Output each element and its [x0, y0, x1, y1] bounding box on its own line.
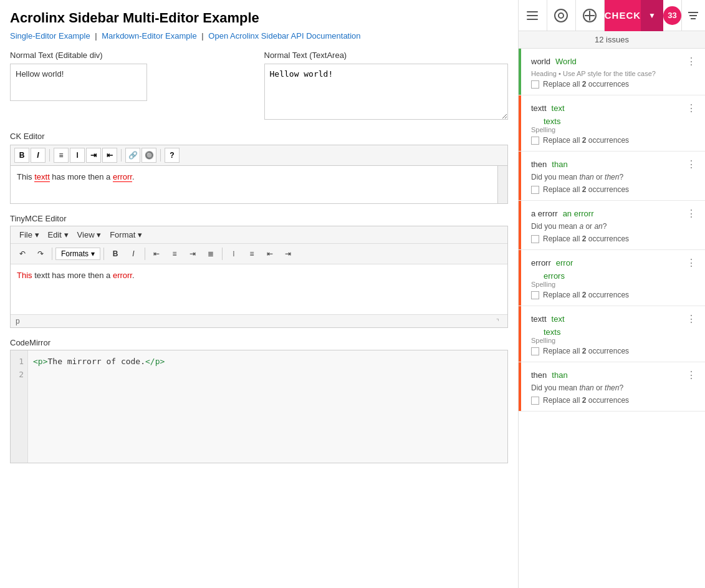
issue-desc-3: Did you mean than or then? — [531, 173, 698, 181]
codemirror-label: CodeMirror — [10, 338, 508, 347]
issue-checkbox-3[interactable] — [531, 186, 539, 194]
issue-action-text-1: Replace all 2 occurrences — [543, 80, 629, 89]
issue-item-3[interactable]: then than ⋮ Did you mean than or then? R… — [519, 152, 705, 201]
sidebar-acrolinx-icon-2[interactable] — [576, 0, 605, 31]
codemirror-line-num-1: 1 — [14, 355, 24, 369]
tinymce-align-center-btn[interactable]: ≡ — [166, 246, 183, 261]
sidebar-acrolinx-icon-1[interactable] — [547, 0, 576, 31]
check-button[interactable]: CHECK — [605, 0, 641, 31]
normal-text-textarea-input[interactable]: Hellow world! — [264, 64, 509, 120]
ckeditor-ul-btn[interactable]: ⁞ — [70, 148, 85, 163]
ckeditor-body-wrapper: This textt has more then a errorr. — [11, 166, 507, 203]
tinymce-align-justify-btn[interactable]: ≣ — [203, 246, 219, 261]
issue-checkbox-7[interactable] — [531, 397, 539, 405]
tinymce-menu-edit[interactable]: Edit ▾ — [44, 229, 72, 241]
issue-action-2: Replace all 2 occurrences — [531, 136, 698, 145]
ckeditor-outdent-btn[interactable]: ⇤ — [102, 148, 117, 163]
tinymce-resize[interactable]: ⌝ — [496, 318, 502, 324]
issue-item-6[interactable]: textt text ⋮ texts Spelling Replace all … — [519, 306, 705, 362]
tinymce-ul-btn[interactable]: ⁞ — [226, 246, 242, 261]
tinymce-error-this: This — [17, 271, 32, 280]
issue-bar-1 — [519, 49, 521, 95]
hamburger-icon — [527, 11, 538, 20]
ckeditor-body[interactable]: This textt has more then a errorr. — [11, 166, 507, 203]
tinymce-redo-btn[interactable]: ↷ — [32, 246, 49, 261]
issue-more-btn-1[interactable]: ⋮ — [685, 55, 698, 67]
normal-text-editable-block: Normal Text (Editable div) Hellow world! — [10, 51, 254, 122]
ckeditor-link-btn[interactable]: 🔗 — [125, 148, 140, 163]
issue-more-btn-6[interactable]: ⋮ — [685, 312, 698, 325]
issue-bar-7 — [519, 362, 521, 411]
tinymce-menu-view[interactable]: View ▾ — [74, 229, 105, 241]
issue-action-text-4: Replace all 2 occurrences — [543, 234, 629, 243]
issue-more-btn-7[interactable]: ⋮ — [685, 369, 698, 381]
ckeditor-error-textt: textt — [34, 172, 50, 182]
issue-more-btn-2[interactable]: ⋮ — [685, 102, 698, 114]
check-btn-group: CHECK ▼ — [605, 0, 663, 31]
ckeditor-label: CK Editor — [10, 132, 508, 141]
issue-action-text-7: Replace all 2 occurrences — [543, 396, 629, 405]
issue-original-7: then — [531, 370, 547, 380]
issue-action-3: Replace all 2 occurrences — [531, 185, 698, 194]
score-badge: 33 — [663, 6, 681, 25]
ckeditor-ol-btn[interactable]: ≡ — [54, 148, 69, 163]
ckeditor-bold-btn[interactable]: B — [14, 148, 29, 163]
ckeditor-scrollbar[interactable] — [497, 166, 507, 203]
tinymce-italic-btn[interactable]: I — [125, 246, 141, 261]
ck-separator-1 — [49, 149, 50, 161]
issue-checkbox-1[interactable] — [531, 80, 539, 89]
issue-item-5[interactable]: errorr error ⋮ errors Spelling Replace a… — [519, 250, 705, 306]
issue-original-6: textt — [531, 314, 547, 324]
issue-original-5: errorr — [531, 258, 551, 267]
tinymce-align-right-btn[interactable]: ⇥ — [185, 246, 201, 261]
nav-api-docs[interactable]: Open Acrolinx Sidebar API Documentation — [208, 31, 360, 41]
normal-editors-row: Normal Text (Editable div) Hellow world!… — [10, 51, 508, 122]
issues-count: 12 issues — [595, 35, 629, 44]
issue-item-2[interactable]: textt text ⋮ texts Spelling Replace all … — [519, 95, 705, 152]
tinymce-formats-btn[interactable]: Formats ▾ — [55, 248, 100, 260]
issue-checkbox-4[interactable] — [531, 235, 539, 243]
tinymce-menu-file[interactable]: File ▾ — [16, 229, 43, 241]
ckeditor-italic-btn[interactable]: I — [31, 148, 46, 163]
normal-text-editable-input[interactable]: Hellow world! — [10, 64, 147, 101]
tinymce-sep-4 — [222, 248, 223, 260]
tinymce-indent-in-btn[interactable]: ⇥ — [280, 246, 296, 261]
tinymce-align-left-btn[interactable]: ⇤ — [148, 246, 165, 261]
ckeditor-indent-btn[interactable]: ⇥ — [86, 148, 101, 163]
issue-checkbox-6[interactable] — [531, 347, 539, 355]
tinymce-menu-format[interactable]: Format ▾ — [106, 229, 146, 241]
issue-item-7[interactable]: then than ⋮ Did you mean than or then? R… — [519, 362, 705, 412]
nav-markdown-editor[interactable]: Markdown-Editor Example — [102, 31, 196, 41]
issue-checkbox-2[interactable] — [531, 137, 539, 145]
issue-item-1[interactable]: world World ⋮ Heading • Use AP style for… — [519, 49, 705, 95]
tinymce-ol-btn[interactable]: ≡ — [244, 246, 260, 261]
issue-more-btn-4[interactable]: ⋮ — [685, 207, 698, 219]
issue-bar-6 — [519, 306, 521, 362]
issue-action-4: Replace all 2 occurrences — [531, 234, 698, 243]
tinymce-bold-btn[interactable]: B — [107, 246, 123, 261]
issue-replacement-6: text — [552, 314, 565, 324]
ckeditor-unlink-btn[interactable]: 🔘 — [141, 148, 156, 163]
tinymce-indent-out-btn[interactable]: ⇤ — [262, 246, 278, 261]
codemirror-body[interactable]: 1 2 <p>The mirrorr of code.</p> — [11, 350, 507, 463]
nav-single-editor[interactable]: Single-Editor Example — [10, 31, 90, 41]
sidebar-topbar: CHECK ▼ 33 — [519, 0, 705, 31]
nav-links: Single-Editor Example | Markdown-Editor … — [10, 31, 508, 41]
issue-alt-2: texts — [544, 117, 698, 126]
issue-bar-3 — [519, 152, 521, 200]
sidebar-menu-btn[interactable] — [519, 0, 547, 31]
issue-checkbox-5[interactable] — [531, 291, 539, 299]
issue-header-4: a errorr an errorr ⋮ — [531, 207, 698, 219]
check-dropdown-btn[interactable]: ▼ — [641, 0, 663, 31]
ckeditor-help-btn[interactable]: ? — [165, 148, 180, 163]
issue-more-btn-5[interactable]: ⋮ — [685, 256, 698, 269]
normal-text-editable-label: Normal Text (Editable div) — [10, 51, 254, 60]
codemirror-lines[interactable]: <p>The mirrorr of code.</p> — [28, 350, 170, 463]
ck-separator-2 — [121, 149, 122, 161]
tinymce-body[interactable]: This textt has more then a errorr. — [11, 264, 507, 314]
issue-alt-5: errors — [544, 271, 698, 281]
filter-btn[interactable] — [681, 0, 705, 31]
tinymce-undo-btn[interactable]: ↶ — [14, 246, 31, 261]
issue-item-4[interactable]: a errorr an errorr ⋮ Did you mean a or a… — [519, 201, 705, 250]
issue-more-btn-3[interactable]: ⋮ — [685, 158, 698, 170]
